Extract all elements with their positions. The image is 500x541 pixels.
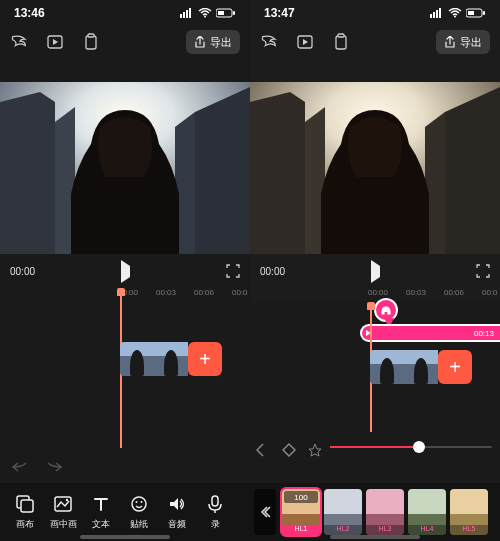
ruler-tick: 00:0 — [232, 288, 248, 297]
logo-icon[interactable] — [260, 33, 278, 51]
pin-icon[interactable] — [308, 443, 322, 457]
play-button[interactable] — [371, 266, 380, 277]
audio-icon — [167, 494, 187, 514]
svg-rect-7 — [218, 11, 224, 15]
keyframe-icon[interactable] — [282, 443, 296, 457]
tool-audio[interactable]: 音频 — [162, 494, 192, 531]
topbar: 导出 — [0, 24, 250, 60]
undo-row — [0, 455, 250, 479]
clip-thumb — [154, 342, 188, 376]
preview[interactable] — [0, 82, 250, 254]
text-icon — [91, 494, 111, 514]
headphone-icon — [380, 304, 392, 316]
timeline-tracks[interactable]: + — [0, 302, 250, 455]
export-button[interactable]: 导出 — [436, 30, 490, 54]
status-bar: 13:47 — [250, 0, 500, 24]
ruler-tick: 00:0 — [482, 288, 498, 297]
fullscreen-button[interactable] — [450, 264, 490, 278]
svg-rect-31 — [468, 11, 474, 15]
svg-rect-10 — [88, 34, 94, 37]
play-button[interactable] — [121, 266, 130, 277]
audio-duration: 00:13 — [474, 329, 494, 338]
status-icons — [180, 8, 236, 18]
svg-rect-33 — [336, 36, 346, 49]
sticker-icon — [129, 494, 149, 514]
add-clip-button[interactable]: + — [188, 342, 222, 376]
audio-clip[interactable]: 00:13 — [360, 324, 500, 342]
svg-rect-23 — [212, 496, 218, 506]
svg-rect-0 — [180, 14, 182, 18]
collapse-button[interactable] — [254, 489, 276, 535]
tool-label: 文本 — [92, 518, 110, 531]
fullscreen-button[interactable] — [200, 264, 240, 278]
share-icon — [194, 36, 206, 48]
clipboard-icon[interactable] — [82, 33, 100, 51]
timeline-ruler[interactable]: 00:00 00:03 00:06 00:0 — [250, 288, 500, 302]
ruler-tick: 00:03 — [406, 288, 426, 297]
svg-point-21 — [136, 501, 138, 503]
export-label: 导出 — [460, 35, 482, 50]
preview[interactable] — [250, 82, 500, 254]
svg-rect-34 — [338, 34, 344, 37]
tool-label: 画中画 — [50, 518, 77, 531]
redo-button[interactable] — [44, 461, 62, 473]
clip-thumb — [370, 350, 404, 384]
filter-label: HL1 — [282, 525, 320, 535]
tool-pip[interactable]: 画中画 — [48, 494, 78, 531]
svg-marker-36 — [250, 92, 305, 254]
filter-tile-hl4[interactable]: HL4 — [408, 489, 446, 535]
time-display: 00:00 — [10, 266, 50, 277]
ruler-tick: 00:06 — [444, 288, 464, 297]
pip-icon — [53, 494, 73, 514]
audio-marker[interactable] — [374, 298, 398, 322]
status-time: 13:47 — [264, 6, 295, 20]
status-icons — [430, 8, 486, 18]
svg-rect-27 — [439, 8, 441, 18]
signal-icon — [430, 8, 444, 18]
filter-tile-hl3[interactable]: HL3 — [366, 489, 404, 535]
export-button[interactable]: 导出 — [186, 30, 240, 54]
svg-rect-25 — [433, 12, 435, 18]
svg-rect-3 — [189, 8, 191, 18]
track-actions — [256, 443, 322, 457]
video-clip[interactable]: + — [120, 342, 222, 376]
svg-rect-26 — [436, 10, 438, 18]
left-screen: 13:46 导出 — [0, 0, 250, 541]
media-icon[interactable] — [46, 33, 64, 51]
filter-tile-hl1[interactable]: 100 HL1 — [282, 489, 320, 535]
signal-icon — [180, 8, 194, 18]
video-clip[interactable]: + — [370, 350, 472, 384]
svg-rect-2 — [186, 10, 188, 18]
filter-tile-hl5[interactable]: HL5 — [450, 489, 488, 535]
timeline-ruler[interactable]: 00:00 00:03 00:06 00:0 — [0, 288, 250, 302]
clipboard-icon[interactable] — [332, 33, 350, 51]
prev-keyframe-icon[interactable] — [256, 443, 270, 457]
player-row: 00:00 — [0, 254, 250, 288]
logo-icon[interactable] — [10, 33, 28, 51]
filter-value-badge: 100 — [284, 491, 318, 503]
svg-point-28 — [454, 16, 456, 18]
battery-icon — [216, 8, 236, 18]
tool-sticker[interactable]: 贴纸 — [124, 494, 154, 531]
filter-bar: 100 HL1 HL2 HL3 HL4 HL5 — [250, 483, 500, 541]
tool-text[interactable]: 文本 — [86, 494, 116, 531]
timeline-tracks[interactable]: 00:13 + — [250, 302, 500, 483]
clip-thumb — [404, 350, 438, 384]
filter-label: HL4 — [408, 525, 446, 535]
media-icon[interactable] — [296, 33, 314, 51]
undo-button[interactable] — [12, 461, 30, 473]
preview-frame — [0, 82, 250, 254]
ruler-tick: 00:03 — [156, 288, 176, 297]
clip-thumb — [120, 342, 154, 376]
svg-rect-9 — [86, 36, 96, 49]
add-clip-button[interactable]: + — [438, 350, 472, 384]
tool-record[interactable]: 录 — [200, 494, 230, 531]
battery-icon — [466, 8, 486, 18]
svg-point-19 — [66, 498, 68, 500]
filter-tile-hl2[interactable]: HL2 — [324, 489, 362, 535]
svg-point-4 — [204, 16, 206, 18]
tool-canvas[interactable]: 画布 — [10, 494, 40, 531]
wifi-icon — [448, 8, 462, 18]
filter-slider[interactable] — [330, 439, 492, 455]
svg-rect-1 — [183, 12, 185, 18]
